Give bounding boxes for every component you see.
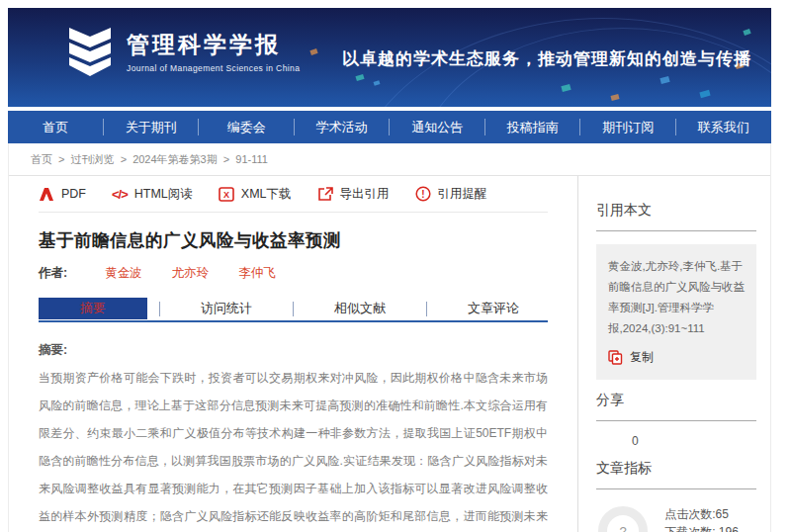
svg-text:!: ! [421, 189, 424, 200]
journal-logo-icon [65, 26, 115, 77]
altmetric-badge[interactable]: ? Altmetric [596, 502, 664, 532]
divider [596, 420, 756, 421]
nav-item-home[interactable]: 首页 [8, 111, 104, 143]
pdf-label: PDF [61, 187, 86, 201]
tab-separator [159, 302, 160, 316]
tab-visit-stats[interactable]: 访问统计 [172, 298, 281, 319]
pdf-button[interactable]: PDF [39, 187, 86, 202]
export-citation-label: 导出引用 [340, 186, 390, 203]
nav-item-submission-guide[interactable]: 投稿指南 [485, 111, 581, 143]
breadcrumb-archive[interactable]: 过刊浏览 [71, 153, 115, 165]
html-icon: </> [112, 187, 128, 202]
abstract-label: 摘要: [39, 342, 548, 359]
html-read-label: HTML阅读 [134, 186, 193, 203]
xml-download-label: XML下载 [241, 186, 292, 203]
nav-item-editorial-board[interactable]: 编委会 [199, 111, 295, 143]
journal-slogan: 以卓越的学术生态服务，推动管理新知的创造与传播 [342, 47, 751, 70]
main-nav: 首页 关于期刊 编委会 学术活动 通知公告 投稿指南 期刊订阅 联系我们 [8, 111, 771, 143]
breadcrumb-separator: > [58, 153, 64, 165]
authors-label: 作者: [39, 265, 67, 282]
nav-item-about[interactable]: 关于期刊 [104, 111, 200, 143]
metric-lines: 点击次数:65 下载次数: 196 HTML阅读次数: 0 引用次数: 0 [664, 502, 756, 532]
citation-box: 黄金波,尤亦玲,李仲飞.基于前瞻信息的广义风险与收益率预测[J].管理科学学报,… [596, 244, 756, 380]
nav-item-subscription[interactable]: 期刊订阅 [580, 111, 676, 143]
breadcrumb: 首页 > 过刊浏览 > 2024年第卷第3期 > 91-111 [9, 143, 770, 175]
article-tabs: 摘要 访问统计 相似文献 文章评论 [39, 297, 548, 322]
copy-citation-button[interactable]: 复制 [608, 349, 745, 366]
main-column: PDF </> HTML阅读 X XML下载 [9, 176, 577, 532]
content-columns: PDF </> HTML阅读 X XML下载 [9, 175, 770, 532]
breadcrumb-separator: > [121, 153, 127, 165]
journal-title: 管理科学学报 [127, 30, 300, 60]
pdf-icon [39, 187, 54, 202]
content-frame: 首页 > 过刊浏览 > 2024年第卷第3期 > 91-111 PDF [8, 143, 771, 532]
nav-item-contact[interactable]: 联系我们 [676, 111, 772, 143]
article-title: 基于前瞻信息的广义风险与收益率预测 [39, 228, 548, 252]
share-count: 0 [632, 434, 756, 448]
copy-icon [608, 350, 623, 365]
banner-decoration [309, 48, 317, 55]
citation-alert-label: 引用提醒 [438, 186, 487, 203]
journal-banner: 管理科学学报 Journal of Management Sciences in… [8, 8, 771, 107]
metrics-row: ? Altmetric 点击次数:65 下载次数: 196 HTML阅读次数: … [596, 502, 756, 532]
tab-abstract[interactable]: 摘要 [39, 298, 147, 319]
author-link[interactable]: 黄金波 [105, 265, 142, 282]
metrics-section-title: 文章指标 [596, 460, 756, 478]
journal-logo-text: 管理科学学报 Journal of Management Sciences in… [127, 30, 300, 73]
banner-decoration [374, 80, 381, 86]
breadcrumb-separator: > [223, 153, 229, 165]
nav-item-notices[interactable]: 通知公告 [390, 111, 485, 143]
export-citation-button[interactable]: 导出引用 [317, 186, 390, 203]
tab-separator [426, 302, 427, 316]
nav-item-academic-events[interactable]: 学术活动 [295, 111, 391, 143]
citation-text: 黄金波,尤亦玲,李仲飞.基于前瞻信息的广义风险与收益率预测[J].管理科学学报,… [608, 256, 745, 339]
authors-row: 作者: 黄金波 尤亦玲 李仲飞 [39, 265, 548, 282]
svg-text:X: X [223, 190, 229, 200]
breadcrumb-issue[interactable]: 2024年第卷第3期 [132, 153, 218, 165]
author-link[interactable]: 尤亦玲 [172, 265, 210, 282]
divider [596, 230, 756, 231]
breadcrumb-pages: 91-111 [235, 153, 268, 165]
alert-icon: ! [415, 186, 431, 202]
cite-section-title: 引用本文 [596, 202, 756, 220]
banner-decoration [743, 29, 750, 36]
journal-subtitle: Journal of Management Sciences in China [127, 63, 300, 73]
share-section-title: 分享 [596, 392, 756, 409]
export-icon [317, 187, 333, 202]
article-toolbar: PDF </> HTML阅读 X XML下载 [39, 176, 548, 213]
author-link[interactable]: 李仲飞 [238, 265, 276, 282]
page: 管理科学学报 Journal of Management Sciences in… [8, 8, 771, 532]
metric-downloads: 下载次数: 196 [664, 524, 756, 532]
breadcrumb-home[interactable]: 首页 [31, 153, 52, 165]
citation-alert-button[interactable]: ! 引用提醒 [415, 186, 487, 203]
tab-separator [293, 302, 294, 316]
altmetric-donut-icon[interactable]: ? [598, 506, 648, 532]
tab-comments[interactable]: 文章评论 [439, 298, 548, 319]
copy-label: 复制 [630, 349, 654, 366]
sidebar: 引用本文 黄金波,尤亦玲,李仲飞.基于前瞻信息的广义风险与收益率预测[J].管理… [577, 176, 770, 532]
banner-decoration [355, 74, 364, 81]
tab-similar-articles[interactable]: 相似文献 [306, 298, 414, 319]
metric-clicks: 点击次数:65 [664, 506, 756, 524]
abstract-text: 当预期资产价格可能会下跌时，投资者可以交易期权来对冲风险，因此期权价格中隐含未来… [39, 364, 548, 532]
xml-icon: X [219, 187, 234, 202]
html-read-button[interactable]: </> HTML阅读 [112, 186, 193, 203]
xml-download-button[interactable]: X XML下载 [219, 186, 292, 203]
divider [596, 488, 756, 489]
journal-logo[interactable]: 管理科学学报 Journal of Management Sciences in… [65, 26, 300, 77]
